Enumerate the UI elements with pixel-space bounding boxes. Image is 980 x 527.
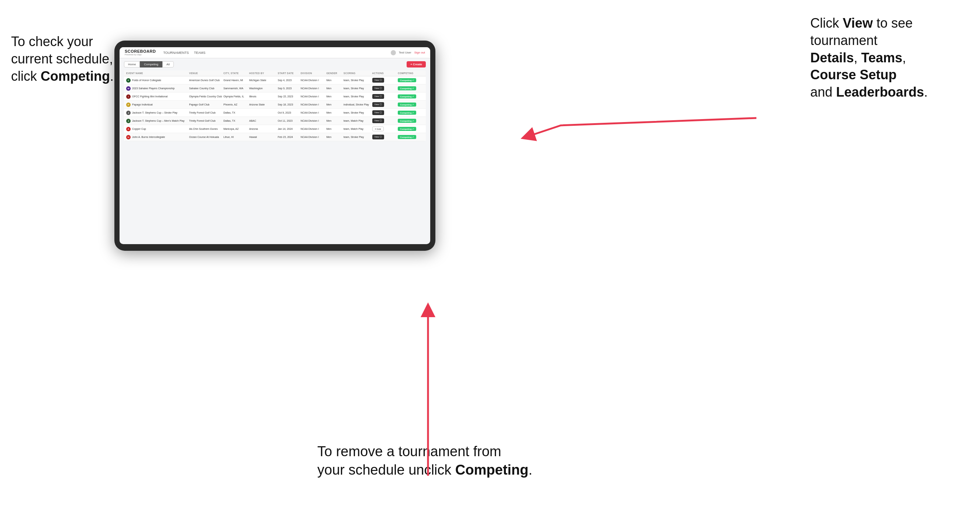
table-row: P Papago Individual Papago Golf Club Pho…	[124, 101, 426, 109]
edit-button[interactable]: ✏ Edit	[372, 127, 384, 131]
view-button[interactable]: View ⓘ	[372, 118, 385, 123]
competing-button[interactable]: Competing ✓	[398, 127, 416, 131]
city-state: Grand Haven, MI	[224, 79, 250, 81]
sign-out-link[interactable]: Sign out	[414, 51, 425, 54]
team-logo: P	[126, 103, 130, 107]
competing-button[interactable]: Competing ✓	[398, 78, 416, 82]
table-row: W 2023 Sahalee Players Championship Saha…	[124, 84, 426, 92]
division: NCAA Division I	[301, 87, 326, 90]
division: NCAA Division I	[301, 79, 326, 81]
start-date: Oct 9, 2023	[278, 111, 301, 114]
competing-button[interactable]: Competing ✓	[398, 86, 416, 90]
gender: Men	[326, 136, 344, 138]
nav-tournaments[interactable]: TOURNAMENTS	[163, 51, 189, 55]
scoreboard-logo: SCOREBOARD Powered by clipp	[125, 49, 156, 56]
start-date: Sep 4, 2023	[278, 79, 301, 81]
annotation-bottom: To remove a tournament from your schedul…	[317, 443, 576, 479]
table-header: EVENT NAME VENUE CITY, STATE HOSTED BY S…	[124, 70, 426, 76]
view-button[interactable]: View ⓘ	[372, 135, 385, 140]
venue: Ak-Chin Southern Dunes	[189, 128, 224, 130]
team-logo: W	[126, 86, 130, 91]
event-name: Copper Cup	[132, 128, 146, 130]
table-row: F Folds of Honor Collegiate American Dun…	[124, 76, 426, 84]
hosted-by: Hawaii	[249, 136, 278, 138]
scoring: individual, Stroke Play	[344, 103, 372, 106]
competing-button[interactable]: Competing ✓	[398, 103, 416, 106]
hosted-by: Arizona State	[249, 103, 278, 106]
competing-cell: Competing ✓	[398, 135, 423, 139]
actions-cell: View ⓘ	[372, 78, 398, 83]
event-name: Folds of Honor Collegiate	[132, 79, 161, 81]
competing-cell: Competing ✓	[398, 86, 423, 90]
tournaments-table: EVENT NAME VENUE CITY, STATE HOSTED BY S…	[124, 70, 426, 141]
actions-cell: View ⓘ	[372, 102, 398, 107]
event-name-cell: P Papago Individual	[126, 103, 189, 107]
tab-home[interactable]: Home	[124, 61, 140, 67]
scoring: team, Stroke Play	[344, 87, 372, 90]
competing-cell: Competing ✓	[398, 78, 423, 82]
team-logo: A	[126, 127, 130, 131]
user-icon	[391, 50, 396, 55]
col-venue: VENUE	[189, 72, 224, 75]
event-name-cell: F Folds of Honor Collegiate	[126, 78, 189, 83]
col-start-date: START DATE	[278, 72, 301, 75]
nav-bar: SCOREBOARD Powered by clipp TOURNAMENTS …	[119, 47, 430, 58]
hosted-by: ABAC	[249, 119, 278, 122]
competing-button[interactable]: Competing ✓	[398, 94, 416, 98]
event-name: 2023 Sahalee Players Championship	[132, 87, 175, 90]
venue: American Dunes Golf Club	[189, 79, 224, 81]
user-name: Test User	[399, 51, 411, 54]
venue: Olympia Fields Country Club	[189, 95, 224, 98]
venue: Papago Golf Club	[189, 103, 224, 106]
nav-right: Test User Sign out	[391, 50, 425, 55]
venue: Sahalee Country Club	[189, 87, 224, 90]
actions-cell: ✏ Edit	[372, 127, 398, 131]
competing-cell: Competing ✓	[398, 127, 423, 131]
view-button[interactable]: View ⓘ	[372, 94, 385, 99]
col-event-name: EVENT NAME	[126, 72, 189, 75]
division: NCAA Division I	[301, 95, 326, 98]
gender: Men	[326, 103, 344, 106]
event-name: Jackson T. Stephens Cup – Men's Match Pl…	[132, 119, 185, 122]
actions-cell: View ⓘ	[372, 118, 398, 123]
nav-teams[interactable]: TEAMS	[194, 51, 205, 55]
actions-cell: View ⓘ	[372, 110, 398, 115]
view-button[interactable]: View ⓘ	[372, 78, 385, 83]
city-state: Olympia Fields, IL	[224, 95, 250, 98]
team-logo: I	[126, 94, 130, 99]
start-date: Feb 15, 2024	[278, 136, 301, 138]
competing-button[interactable]: Competing ✓	[398, 135, 416, 139]
view-button[interactable]: View ⓘ	[372, 86, 385, 91]
scoring: team, Match Play	[344, 128, 372, 130]
city-state: Dallas, TX	[224, 111, 250, 114]
table-row: J Jackson T. Stephens Cup – Stroke Play …	[124, 109, 426, 117]
filter-bar: Home Competing All + Create	[124, 61, 426, 67]
create-button[interactable]: + Create	[407, 61, 426, 67]
actions-cell: View ⓘ	[372, 86, 398, 91]
team-logo: J	[126, 119, 130, 123]
event-name-cell: H John A. Burns Intercollegiate	[126, 135, 189, 140]
competing-cell: Competing ✓	[398, 119, 423, 123]
logo-title: SCOREBOARD	[125, 49, 156, 54]
scoring: team, Stroke Play	[344, 79, 372, 81]
venue: Ocean Course At Hokuala	[189, 136, 224, 138]
competing-cell: Competing ✓	[398, 111, 423, 115]
col-actions: ACTIONS	[372, 72, 398, 75]
annotation-top-right: Click View to see tournament Details, Te…	[810, 15, 973, 101]
view-button[interactable]: View ⓘ	[372, 102, 385, 107]
view-button[interactable]: View ⓘ	[372, 110, 385, 115]
tab-competing[interactable]: Competing	[140, 61, 162, 67]
scoring: team, Stroke Play	[344, 136, 372, 138]
col-hosted: HOSTED BY	[249, 72, 278, 75]
competing-button[interactable]: Competing ✓	[398, 119, 416, 123]
city-state: Phoenix, AZ	[224, 103, 250, 106]
tab-all[interactable]: All	[162, 61, 174, 67]
scoring: team, Stroke Play	[344, 111, 372, 114]
gender: Men	[326, 79, 344, 81]
division: NCAA Division I	[301, 111, 326, 114]
team-logo: H	[126, 135, 130, 140]
event-name-cell: J Jackson T. Stephens Cup – Men's Match …	[126, 119, 189, 123]
tablet-screen: SCOREBOARD Powered by clipp TOURNAMENTS …	[119, 47, 430, 244]
competing-button[interactable]: Competing ✓	[398, 111, 416, 115]
col-city: CITY, STATE	[224, 72, 250, 75]
